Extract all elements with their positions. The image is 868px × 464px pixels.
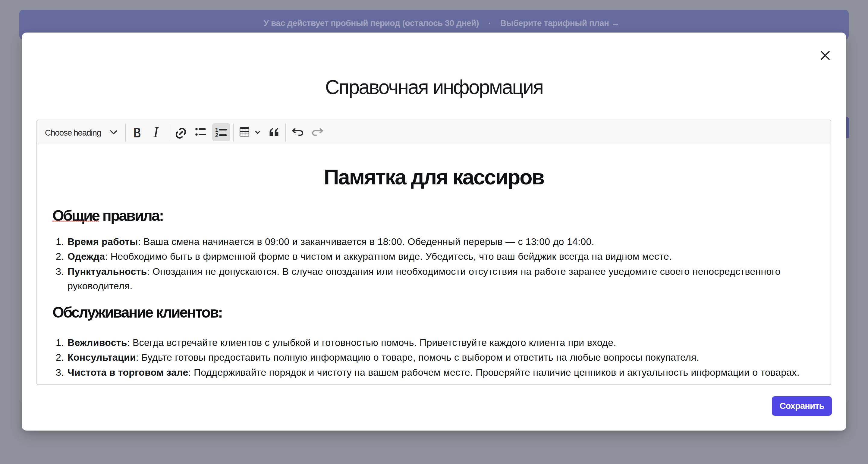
svg-text:2: 2 bbox=[215, 132, 218, 138]
